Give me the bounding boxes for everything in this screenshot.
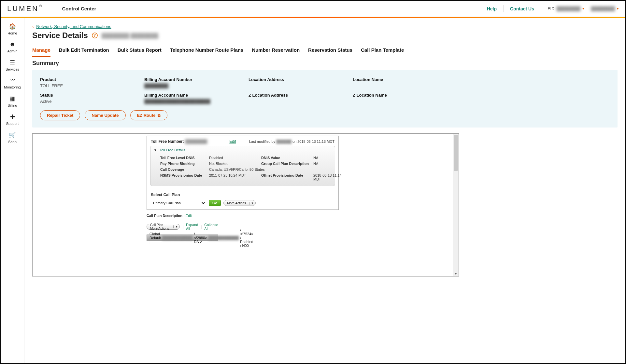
breadcrumb-link[interactable]: Network, Security, and Communications [36, 24, 111, 29]
call-plan-more-actions-dropdown[interactable]: Call Plan More Actions ▼ [147, 224, 180, 230]
tab-number-reservation[interactable]: Number Reservation [252, 45, 300, 57]
global-default-pre: Global Default | [149, 232, 161, 244]
tfn-value: ████████ [185, 139, 207, 144]
breadcrumb: ‹ Network, Security, and Communications [32, 24, 618, 29]
separator: | [201, 225, 202, 229]
manage-frame: Toll Free Number: ████████ Edit Last mod… [32, 133, 459, 276]
sidebar-item-shop[interactable]: 🛒Shop [8, 131, 17, 144]
call-plan-select[interactable]: Primary Call Plan [151, 200, 206, 206]
z-location-name-label: Z Location Name [353, 93, 457, 98]
global-default-blur2: ████████████ [208, 236, 239, 240]
group-cp-value: NA [313, 162, 346, 166]
logo-reg: ® [39, 4, 43, 8]
scroll-down-icon[interactable]: ▼ [453, 272, 459, 276]
expand-all-link[interactable]: Expand All [186, 223, 198, 231]
ban-name-value: ██████████████████████ [144, 99, 249, 104]
dnis-value-label: DNIS Value [261, 156, 313, 160]
sidebar-item-label: Admin [7, 49, 17, 53]
user-value: ████████ [591, 6, 615, 11]
support-icon: ✚ [10, 113, 15, 120]
sidebar-item-monitoring[interactable]: 〰Monitoring [4, 77, 21, 89]
cart-icon: 🛒 [9, 131, 16, 139]
tabs: Manage Bulk Edit Termination Bulk Status… [32, 45, 618, 57]
help-icon[interactable]: ? [92, 33, 98, 38]
sidebar: 🏠Home ☻Admin ☰Services 〰Monitoring ▦Bill… [1, 18, 24, 363]
product-value: TOLL FREE [40, 83, 144, 88]
sidebar-item-label: Services [6, 67, 19, 71]
tab-tn-route-plans[interactable]: Telephone Number Route Plans [170, 45, 244, 57]
global-default-blur1: ████████████ [162, 236, 193, 240]
sidebar-item-label: Home [7, 31, 17, 35]
chevron-down-icon: ▼ [173, 225, 179, 228]
sidebar-item-label: Monitoring [4, 85, 21, 89]
sidebar-item-support[interactable]: ✚Support [6, 113, 19, 126]
tfn-edit-link[interactable]: Edit [229, 139, 236, 144]
tab-call-plan-template[interactable]: Call Plan Template [361, 45, 404, 57]
nsms-date-label: NSMS Provisioning Date [160, 173, 209, 181]
offnet-date-value: 2018-06-13 11:14 MDT [313, 173, 346, 181]
help-link[interactable]: Help [487, 6, 497, 11]
separator: | [182, 225, 183, 229]
payphone-value: Not Blocked [209, 162, 261, 166]
home-icon: 🏠 [9, 23, 16, 30]
pulse-icon: 〰 [9, 77, 15, 84]
ban-value: ████████ [144, 83, 249, 88]
divider [541, 5, 541, 12]
chevron-down-icon: ▾ [617, 7, 619, 11]
status-label: Status [40, 93, 144, 98]
z-location-address-label: Z Location Address [249, 93, 353, 98]
call-coverage-label: Call Coverage [160, 168, 209, 171]
scrollbar-thumb[interactable] [454, 135, 458, 171]
repair-ticket-button[interactable]: Repair Ticket [40, 110, 80, 120]
status-value: Active [40, 99, 144, 104]
back-icon[interactable]: ‹ [32, 24, 34, 29]
ez-route-button[interactable]: EZ Route⧉ [130, 110, 167, 120]
last-modified: Last modified by ██████ on 2018-06-13 11… [249, 140, 334, 143]
tab-bulk-edit-termination[interactable]: Bulk Edit Termination [59, 45, 109, 57]
page-subtitle: ████████ ████████ [102, 33, 158, 38]
scrollbar[interactable]: ▼ [453, 134, 459, 276]
invoice-icon: ▦ [9, 95, 15, 102]
last-modified-by: ██████ [276, 140, 292, 143]
list-icon: ☰ [10, 59, 15, 66]
tfl-dnis-value: Disabled [209, 156, 261, 160]
sidebar-item-home[interactable]: 🏠Home [7, 23, 17, 35]
app-title: Control Center [62, 6, 96, 11]
logo-text: LUMEN [7, 5, 39, 13]
call-plan-desc-label: Call Plan Description : [147, 214, 186, 218]
more-actions-label: More Actions [224, 201, 249, 205]
payphone-label: Pay Phone Blocking [160, 162, 209, 166]
details-toggle[interactable]: ▼ Toll Free Details [150, 146, 335, 154]
eid-label: EID [548, 6, 555, 11]
logo: LUMEN® [7, 5, 42, 13]
ban-name-label: Billing Account Name [144, 93, 249, 98]
tab-reservation-status[interactable]: Reservation Status [308, 45, 352, 57]
offnet-date-label: Offnet Provisioning Date [261, 173, 313, 181]
button-label: EZ Route [137, 113, 156, 118]
summary-heading: Summary [32, 60, 618, 67]
dnis-value-value: NA [313, 156, 346, 160]
sidebar-item-label: Shop [8, 140, 17, 144]
global-default-row[interactable]: Global Default | ████████████ / <!2980> … [147, 235, 218, 241]
location-name-label: Location Name [353, 77, 457, 82]
triangle-down-icon: ▼ [154, 148, 157, 152]
collapse-all-link[interactable]: Collapse All [204, 223, 218, 231]
tfn-label: Toll Free Number: [151, 139, 184, 144]
name-update-button[interactable]: Name Update [85, 110, 125, 120]
cp-more-label: Call Plan More Actions [147, 223, 173, 230]
sidebar-item-billing[interactable]: ▦Billing [7, 95, 17, 107]
button-label: Repair Ticket [47, 113, 73, 118]
tab-bulk-status-report[interactable]: Bulk Status Report [118, 45, 162, 57]
contact-us-link[interactable]: Contact Us [510, 6, 534, 11]
global-default-mid: / <!2980> RA-> [194, 232, 207, 244]
details-title: Toll Free Details [160, 148, 185, 152]
user-dropdown[interactable]: ████████ ▾ [591, 6, 619, 11]
more-actions-dropdown[interactable]: More Actions ▼ [223, 200, 256, 206]
tab-manage[interactable]: Manage [32, 45, 50, 57]
sidebar-item-admin[interactable]: ☻Admin [7, 41, 17, 53]
call-plan-desc-edit[interactable]: Edit [186, 214, 192, 218]
eid-dropdown[interactable]: EID ████████ ▾ [548, 6, 584, 11]
sidebar-item-services[interactable]: ☰Services [6, 59, 19, 71]
go-button[interactable]: Go [209, 200, 221, 206]
select-call-plan-label: Select Call Plan [151, 193, 334, 197]
